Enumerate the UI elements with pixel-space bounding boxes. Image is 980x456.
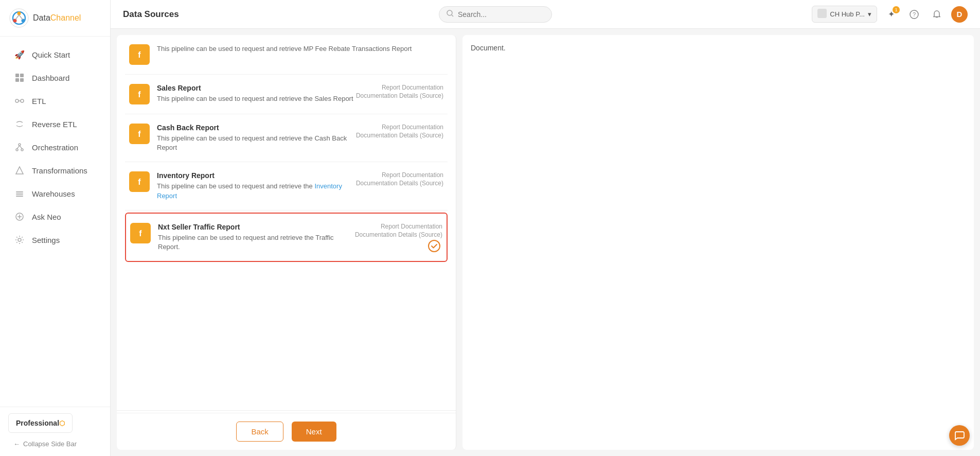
pipeline-logo-nxt-seller: f [130, 223, 151, 243]
search-input[interactable] [458, 10, 544, 19]
svg-rect-7 [15, 74, 19, 77]
sidebar-item-label: Ask Neo [32, 213, 61, 221]
svg-rect-9 [15, 78, 19, 82]
settings-icon [14, 235, 25, 245]
pipeline-footer: Back Next [117, 413, 456, 450]
content-area: f This pipeline can be used to request a… [111, 29, 980, 456]
svg-rect-22 [16, 196, 23, 197]
rocket-icon: 🚀 [14, 49, 25, 60]
collapse-label: Collapse Side Bar [23, 440, 77, 448]
pipeline-panel: f This pipeline can be used to request a… [117, 35, 456, 450]
collapse-sidebar-button[interactable]: ← Collapse Side Bar [8, 438, 102, 450]
sidebar-item-reverse-etl[interactable]: Reverse ETL [4, 113, 106, 135]
orchestration-icon [14, 142, 25, 152]
pipeline-info-cash-back: Cash Back Report This pipeline can be us… [157, 124, 356, 152]
back-button[interactable]: Back [236, 422, 283, 442]
sidebar-item-label: Quick Start [32, 50, 70, 59]
svg-rect-8 [20, 74, 24, 77]
account-avatar-icon [817, 9, 827, 20]
svg-point-14 [19, 144, 21, 146]
sidebar-item-transformations[interactable]: Transformations [4, 159, 106, 182]
svg-point-43 [429, 240, 440, 252]
pipeline-link2-cash-back[interactable]: Documentation Details (Source) [356, 132, 443, 139]
svg-rect-29 [817, 9, 827, 18]
pipeline-item-nxt-seller-traffic[interactable]: f Nxt Seller Traffic Report This pipelin… [125, 213, 448, 262]
chevron-down-icon: ▾ [868, 10, 871, 18]
pipeline-links-nxt-seller: Report Documentation Documentation Detai… [355, 223, 442, 239]
pipeline-link2-nxt-seller[interactable]: Documentation Details (Source) [355, 231, 442, 238]
pipeline-item-mp-fee[interactable]: f This pipeline can be used to request a… [125, 35, 448, 75]
pipeline-link1-sales[interactable]: Report Documentation [356, 84, 443, 91]
ask-neo-icon [14, 212, 25, 222]
svg-text:f: f [138, 50, 141, 59]
logo-text: DataChannel [33, 13, 81, 23]
svg-point-2 [17, 12, 21, 15]
svg-rect-10 [20, 78, 24, 82]
pipeline-desc-cash-back: This pipeline can be used to request and… [157, 134, 356, 152]
pipeline-link2-sales[interactable]: Documentation Details (Source) [356, 92, 443, 99]
selected-check-icon [428, 240, 440, 255]
pipeline-link2-inventory[interactable]: Documentation Details (Source) [356, 180, 443, 187]
svg-point-4 [13, 19, 17, 23]
pipeline-logo-inventory: f [129, 171, 150, 192]
right-panel-text: Document. [471, 44, 506, 52]
magic-icon-button[interactable]: ✦ 1 [883, 6, 900, 23]
pipeline-desc-sales: This pipeline can be used to request and… [157, 94, 356, 103]
pipeline-info-nxt-seller: Nxt Seller Traffic Report This pipeline … [158, 223, 355, 252]
pipeline-logo-sales: f [129, 84, 150, 104]
logo-channel: Channel [50, 13, 81, 22]
next-button[interactable]: Next [292, 422, 336, 442]
pipeline-links-cash-back: Report Documentation Documentation Detai… [356, 124, 443, 140]
collapse-arrow-icon: ← [13, 440, 20, 448]
professional-label: Professional [16, 419, 59, 427]
pipeline-desc-inventory: This pipeline can be used to request and… [157, 182, 356, 200]
pipeline-link1-nxt-seller[interactable]: Report Documentation [355, 223, 442, 230]
pipeline-item-sales-report[interactable]: f Sales Report This pipeline can be used… [125, 75, 448, 114]
header-actions: CH Hub P... ▾ ✦ 1 ? D [812, 6, 968, 23]
header: Data Sources CH Hub P... ▾ ✦ 1 ? [111, 0, 980, 29]
svg-text:f: f [138, 130, 141, 138]
sidebar-item-label: Reverse ETL [32, 120, 77, 129]
svg-marker-19 [16, 167, 23, 174]
logo-data: Data [33, 13, 50, 22]
chat-bubble-button[interactable] [949, 425, 970, 446]
pipeline-desc-nxt-seller: This pipeline can be used to request and… [158, 233, 355, 252]
svg-rect-20 [16, 191, 23, 192]
pipeline-logo-cash-back: f [129, 124, 150, 144]
sidebar-item-label: Transformations [32, 166, 87, 175]
sidebar-item-orchestration[interactable]: Orchestration [4, 136, 106, 159]
sidebar-item-warehouses[interactable]: Warehouses [4, 182, 106, 205]
transformations-icon [14, 165, 25, 176]
pipeline-logo-mp-fee: f [129, 44, 150, 65]
svg-text:f: f [138, 90, 141, 99]
sidebar-item-etl[interactable]: ETL [4, 90, 106, 112]
sidebar: DataChannel 🚀 Quick Start Dashboard ETL … [0, 0, 111, 456]
svg-point-26 [18, 238, 21, 241]
svg-rect-21 [16, 194, 23, 195]
pipeline-link1-inventory[interactable]: Report Documentation [356, 171, 443, 179]
right-panel: Document. [462, 35, 974, 450]
sidebar-logo: DataChannel [0, 0, 110, 37]
sidebar-item-settings[interactable]: Settings [4, 229, 106, 251]
account-button[interactable]: CH Hub P... ▾ [812, 6, 877, 23]
pipeline-item-cash-back[interactable]: f Cash Back Report This pipeline can be … [125, 114, 448, 162]
professional-button[interactable]: Professional ⬡ [8, 413, 73, 433]
help-icon-button[interactable]: ? [906, 6, 922, 23]
pipeline-links-inventory: Report Documentation Documentation Detai… [356, 171, 443, 188]
sidebar-item-label: Settings [32, 236, 60, 244]
svg-line-17 [17, 146, 20, 149]
svg-point-3 [22, 19, 25, 23]
sidebar-item-quick-start[interactable]: 🚀 Quick Start [4, 43, 106, 66]
search-bar[interactable] [439, 6, 552, 23]
sidebar-item-ask-neo[interactable]: Ask Neo [4, 205, 106, 228]
datachannel-logo-icon [9, 8, 29, 28]
inventory-link[interactable]: Inventory Report [157, 182, 342, 199]
user-avatar[interactable]: D [951, 6, 968, 23]
sidebar-item-label: Orchestration [32, 143, 78, 152]
svg-line-18 [20, 146, 22, 149]
pipeline-item-inventory[interactable]: f Inventory Report This pipeline can be … [125, 162, 448, 210]
sidebar-item-dashboard[interactable]: Dashboard [4, 66, 106, 89]
pipeline-link1-cash-back[interactable]: Report Documentation [356, 124, 443, 131]
sidebar-bottom: Professional ⬡ ← Collapse Side Bar [0, 407, 110, 456]
notification-bell-button[interactable] [929, 6, 945, 23]
